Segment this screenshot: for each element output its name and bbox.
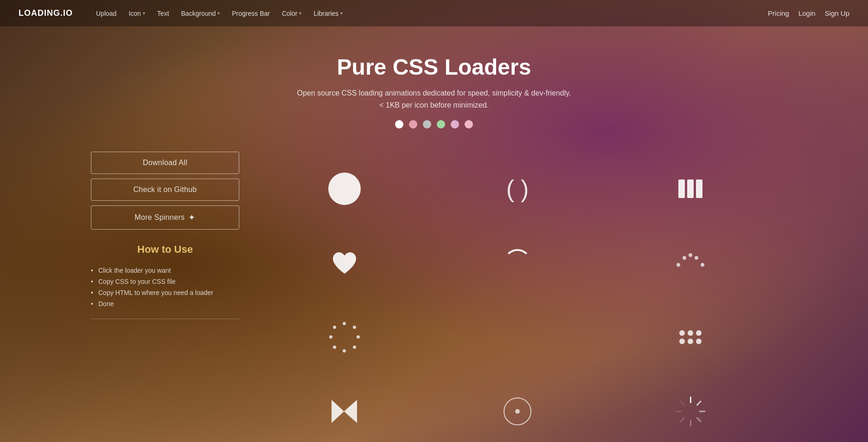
nav-text[interactable]: Text xyxy=(153,7,174,20)
check-github-button[interactable]: Check it on Github xyxy=(91,179,239,201)
ring-dot-4 xyxy=(353,346,356,349)
spinner-line-2 xyxy=(696,400,702,406)
step-1: Click the loader you want xyxy=(91,265,239,276)
bracket-close: ) xyxy=(521,175,529,203)
grid-dot-2 xyxy=(688,330,693,336)
chevron-down-icon: ▾ xyxy=(299,11,301,16)
loader-bowtie-cell[interactable] xyxy=(258,374,431,442)
loader-arc xyxy=(504,249,531,277)
spinner-line-6 xyxy=(680,416,685,422)
chevron-down-icon: ▾ xyxy=(217,11,220,16)
spinner-line-8 xyxy=(680,400,685,406)
hero-title: Pure CSS Loaders xyxy=(337,54,531,80)
ring-dot-5 xyxy=(343,349,346,352)
grid-dot-1 xyxy=(679,330,685,336)
loader-brackets-cell[interactable]: ( ) xyxy=(431,152,604,226)
how-to-use-list: Click the loader you want Copy CSS to yo… xyxy=(91,265,239,309)
dot-arc-5 xyxy=(701,263,704,267)
spinner-line-5 xyxy=(690,420,691,426)
site-logo[interactable]: LOADING.IO xyxy=(19,8,73,18)
ring-dot-7 xyxy=(329,335,332,339)
loaders-grid: ( ) xyxy=(258,152,777,442)
grid-dot-4 xyxy=(679,339,685,344)
nav-icon[interactable]: Icon ▾ xyxy=(124,7,149,20)
nav-login[interactable]: Login xyxy=(798,9,816,17)
main-content: Pure CSS Loaders Open source CSS loading… xyxy=(0,26,868,442)
loader-arc-cell[interactable] xyxy=(431,226,604,300)
loader-spinner-cell[interactable] xyxy=(604,374,777,442)
color-dot-rose[interactable] xyxy=(465,120,473,128)
nav-progress-bar[interactable]: Progress Bar xyxy=(227,7,274,20)
color-dot-gray[interactable] xyxy=(423,120,431,128)
step-3: Copy HTML to where you need a loader xyxy=(91,287,239,298)
nav-libraries[interactable]: Libraries ▾ xyxy=(309,7,347,20)
loader-circle xyxy=(328,173,361,205)
chevron-down-icon: ▾ xyxy=(143,11,145,16)
svg-marker-0 xyxy=(332,400,344,423)
color-dot-white[interactable] xyxy=(395,120,403,128)
color-dot-lavender[interactable] xyxy=(451,120,459,128)
hero-subtitle: Open source CSS loading animations dedic… xyxy=(297,87,571,111)
bar-2 xyxy=(687,179,694,198)
ring-dot-6 xyxy=(333,346,336,349)
spinner-drone-icon: ✦ xyxy=(188,212,195,223)
left-panel: Download All Check it on Github More Spi… xyxy=(91,152,239,442)
spinner-line-1 xyxy=(690,397,691,403)
loader-brackets: ( ) xyxy=(506,175,529,203)
loader-heart-cell[interactable] xyxy=(258,226,431,300)
grid-dot-6 xyxy=(696,339,702,344)
loader-ring-dots xyxy=(328,321,361,353)
ring-dot-8 xyxy=(333,326,336,329)
chevron-down-icon: ▾ xyxy=(340,11,343,16)
color-dot-pink[interactable] xyxy=(409,120,417,128)
spinner-line-4 xyxy=(696,416,702,422)
grid-dot-3 xyxy=(696,330,702,336)
spinner-line-3 xyxy=(699,410,705,412)
step-2: Copy CSS to your CSS file xyxy=(91,276,239,287)
nav-color[interactable]: Color ▾ xyxy=(277,7,306,20)
loader-three-dots xyxy=(503,334,532,340)
loader-bars xyxy=(678,179,702,198)
nav-background[interactable]: Background ▾ xyxy=(177,7,225,20)
loader-heart xyxy=(331,250,358,276)
loader-bowtie xyxy=(329,397,359,425)
nav-upload[interactable]: Upload xyxy=(91,7,121,20)
dot-arc-3 xyxy=(689,253,692,257)
bar-3 xyxy=(696,179,702,198)
nav-pricing[interactable]: Pricing xyxy=(768,9,789,17)
loader-grid-dots xyxy=(679,330,702,344)
loader-three-dots-cell[interactable] xyxy=(431,300,604,374)
step-4: Done xyxy=(91,298,239,309)
bracket-open: ( xyxy=(506,175,514,203)
navbar: LOADING.IO Upload Icon ▾ Text Background… xyxy=(0,0,868,26)
nav-right: Pricing Login Sign Up xyxy=(768,9,849,17)
section-divider xyxy=(91,319,239,319)
color-palette xyxy=(395,120,473,128)
bar-1 xyxy=(678,179,685,198)
loader-bars-cell[interactable] xyxy=(604,152,777,226)
dot-arc-4 xyxy=(695,256,698,260)
loader-target-inner xyxy=(515,409,520,414)
nav-signup[interactable]: Sign Up xyxy=(825,9,849,17)
loader-dot-arc xyxy=(674,251,707,275)
loader-spinner xyxy=(676,397,706,427)
how-to-use-title: How to Use xyxy=(91,243,239,256)
more-spinners-button[interactable]: More Spinners ✦ xyxy=(91,205,239,230)
loader-target-cell[interactable] xyxy=(431,374,604,442)
dot-arc-2 xyxy=(683,256,686,260)
loader-dot-arc-cell[interactable] xyxy=(604,226,777,300)
loader-circle-cell[interactable] xyxy=(258,152,431,226)
loader-ring-dots-cell[interactable] xyxy=(258,300,431,374)
loader-target xyxy=(504,397,531,425)
ring-dot-1 xyxy=(343,322,346,325)
ring-dot-2 xyxy=(353,326,356,329)
content-area: Download All Check it on Github More Spi… xyxy=(63,152,805,442)
ring-dot-3 xyxy=(357,335,360,339)
grid-dot-5 xyxy=(688,339,693,344)
spinner-line-7 xyxy=(676,410,682,412)
color-dot-green[interactable] xyxy=(437,120,445,128)
download-all-button[interactable]: Download All xyxy=(91,152,239,174)
dot-arc-1 xyxy=(677,263,680,267)
loader-grid-dots-cell[interactable] xyxy=(604,300,777,374)
nav-links: Upload Icon ▾ Text Background ▾ Progress… xyxy=(91,7,768,20)
